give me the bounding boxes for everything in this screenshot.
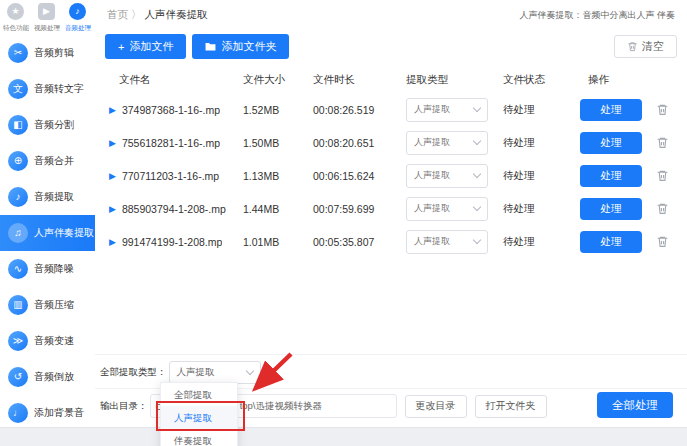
play-icon[interactable]: ▶: [109, 204, 116, 214]
status-text: 待处理: [495, 103, 580, 117]
sidebar-item[interactable]: ⊕ 音频合并: [0, 143, 95, 179]
header-filename: 文件名: [105, 73, 235, 87]
main-panel: 首页〉人声伴奏提取 人声伴奏提取：音频中分离出人声 伴奏 + 添加文件 添加文件…: [95, 0, 687, 428]
chevron-down-icon: [473, 170, 481, 178]
sidebar-item-icon: ♪: [8, 187, 28, 207]
filename-text: 374987368-1-16-.mp: [122, 104, 220, 116]
sidebar-item-icon: ↺: [8, 367, 28, 387]
process-button[interactable]: 处理: [580, 132, 642, 154]
filename-text: 755618281-1-16-.mp: [122, 137, 220, 149]
sidebar-item[interactable]: ≫ 音频变速: [0, 323, 95, 359]
video-icon: ▶: [38, 3, 55, 20]
sidebar-item-label: 音频降噪: [34, 262, 74, 276]
open-folder-button[interactable]: 打开文件夹: [475, 395, 547, 418]
extract-type-value: 人声提取: [414, 202, 450, 215]
tab-label: 音频处理: [64, 23, 90, 32]
action-cell: 处理: [580, 99, 677, 121]
extract-type-select[interactable]: 人声提取: [406, 197, 488, 221]
extract-type-select[interactable]: 人声提取: [406, 131, 488, 155]
sidebar-item[interactable]: 文 音频转文字: [0, 71, 95, 107]
tab-label: 特色功能: [2, 23, 28, 32]
header-filesize: 文件大小: [235, 73, 305, 87]
sidebar-item[interactable]: ▥ 音频压缩: [0, 287, 95, 323]
duration-text: 00:07:59.699: [305, 203, 398, 215]
change-dir-button[interactable]: 更改目录: [405, 395, 467, 418]
sidebar-item[interactable]: ♩ 添加背景音: [0, 395, 95, 431]
table-row: ▶ 885903794-1-208-.mp 1.44MB 00:07:59.69…: [105, 192, 677, 225]
sidebar-item-label: 音频转文字: [34, 82, 84, 96]
plus-icon: +: [118, 41, 124, 53]
extract-type-value: 人声提取: [414, 136, 450, 149]
sidebar-item[interactable]: ↺ 音频倒放: [0, 359, 95, 395]
extract-type-value: 人声提取: [414, 169, 450, 182]
process-button[interactable]: 处理: [580, 231, 642, 253]
process-all-button[interactable]: 全部处理: [597, 392, 673, 418]
play-icon[interactable]: ▶: [109, 138, 116, 148]
sidebar-item-label: 音频剪辑: [34, 46, 74, 60]
tab-special-features[interactable]: ★ 特色功能: [0, 0, 31, 35]
audio-icon: ♪: [69, 3, 86, 20]
sidebar-item-icon: ♩: [8, 403, 28, 423]
all-extract-type-value: 人声提取: [177, 366, 215, 379]
sidebar-item-icon: ♫: [8, 223, 28, 243]
status-text: 待处理: [495, 235, 580, 249]
chevron-down-icon: [473, 104, 481, 112]
mode-tabs: ★ 特色功能 ▶ 视频处理 ♪ 音频处理: [0, 0, 95, 35]
trash-icon[interactable]: [656, 103, 669, 116]
play-icon[interactable]: ▶: [109, 171, 116, 181]
file-table: 文件名 文件大小 文件时长 提取类型 文件状态 操作 ▶ 374987368-1…: [105, 67, 677, 258]
dropdown-option[interactable]: 伴奏提取: [161, 429, 237, 446]
extract-type-cell: 人声提取: [398, 164, 495, 188]
process-button[interactable]: 处理: [580, 165, 642, 187]
clear-button[interactable]: 清空: [614, 35, 677, 58]
sidebar-item[interactable]: ✂ 音频剪辑: [0, 35, 95, 71]
table-row: ▶ 755618281-1-16-.mp 1.50MB 00:08:20.651…: [105, 126, 677, 159]
tab-audio-processing[interactable]: ♪ 音频处理: [62, 0, 93, 35]
output-dir-label: 输出目录：: [100, 400, 148, 413]
extract-type-select[interactable]: 人声提取: [406, 230, 488, 254]
filename-cell: ▶ 374987368-1-16-.mp: [105, 104, 235, 116]
trash-icon[interactable]: [656, 169, 669, 182]
extract-type-select[interactable]: 人声提取: [406, 164, 488, 188]
sidebar-item-icon: 文: [8, 79, 28, 99]
header-file-status: 文件状态: [495, 73, 580, 87]
table-row: ▶ 991474199-1-208.mp 1.01MB 00:05:35.807…: [105, 225, 677, 258]
tab-label: 视频处理: [33, 23, 59, 32]
tab-video-processing[interactable]: ▶ 视频处理: [31, 0, 62, 35]
feature-description: 人声伴奏提取：音频中分离出人声 伴奏: [519, 9, 675, 22]
trash-icon[interactable]: [656, 235, 669, 248]
process-button[interactable]: 处理: [580, 99, 642, 121]
sidebar-item-icon: ⊕: [8, 151, 28, 171]
status-text: 待处理: [495, 202, 580, 216]
extract-type-cell: 人声提取: [398, 197, 495, 221]
filesize-text: 1.13MB: [235, 170, 305, 182]
trash-icon[interactable]: [656, 202, 669, 215]
sidebar-item[interactable]: ♪ 音频提取: [0, 179, 95, 215]
table-row: ▶ 770711203-1-16-.mp 1.13MB 00:06:15.624…: [105, 159, 677, 192]
add-folder-button[interactable]: 添加文件夹: [192, 34, 289, 59]
sidebar-item-icon: ≫: [8, 331, 28, 351]
play-icon[interactable]: ▶: [109, 237, 116, 247]
sidebar-item[interactable]: ◧ 音频分割: [0, 107, 95, 143]
extract-type-value: 人声提取: [414, 103, 450, 116]
status-text: 待处理: [495, 136, 580, 150]
add-file-button[interactable]: + 添加文件: [105, 34, 186, 59]
filename-cell: ▶ 885903794-1-208-.mp: [105, 203, 235, 215]
add-file-label: 添加文件: [129, 39, 173, 54]
sidebar-item[interactable]: ♫ 人声伴奏提取: [0, 215, 95, 251]
process-button[interactable]: 处理: [580, 198, 642, 220]
breadcrumb-home[interactable]: 首页: [107, 8, 128, 20]
sidebar-item-icon: ▥: [8, 295, 28, 315]
filename-cell: ▶ 991474199-1-208.mp: [105, 236, 235, 248]
play-icon[interactable]: ▶: [109, 105, 116, 115]
extract-type-select[interactable]: 人声提取: [406, 98, 488, 122]
all-extract-type-select[interactable]: 人声提取: [169, 361, 261, 384]
breadcrumb-separator: 〉: [131, 8, 142, 20]
sidebar-item[interactable]: ∿ 音频降噪: [0, 251, 95, 287]
sidebar-item-label: 音频分割: [34, 118, 74, 132]
toolbar: + 添加文件 添加文件夹 清空: [105, 34, 677, 59]
trash-icon[interactable]: [656, 136, 669, 149]
chevron-down-icon: [473, 236, 481, 244]
sidebar-item-label: 音频提取: [34, 190, 74, 204]
filesize-text: 1.52MB: [235, 104, 305, 116]
